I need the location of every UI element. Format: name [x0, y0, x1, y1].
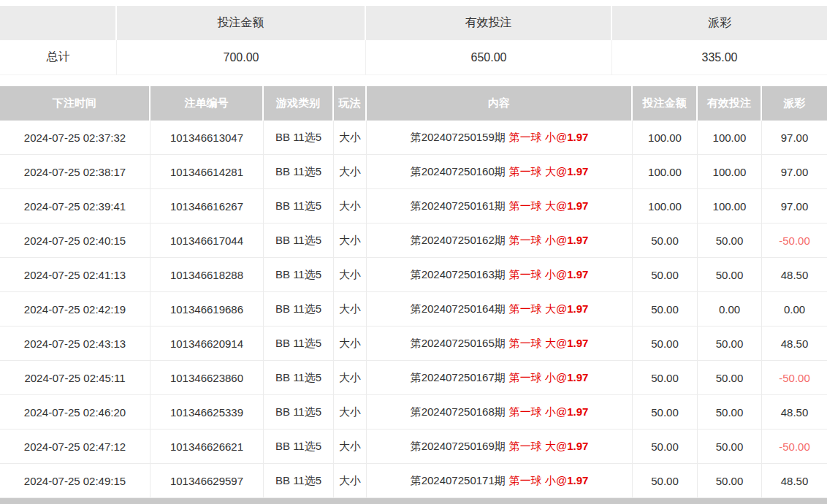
- content-odds: 1.97: [567, 165, 588, 177]
- cell-bet-time: 2024-07-25 02:39:41: [0, 189, 150, 224]
- content-period: 第202407250162期: [411, 234, 506, 246]
- column-header-play-type: 玩法: [334, 86, 367, 121]
- column-header-bet-time: 下注时间: [0, 86, 150, 121]
- content-odds: 1.97: [567, 302, 588, 315]
- content-pick: 第一球 小@: [509, 268, 567, 280]
- cell-bet-time: 2024-07-25 02:43:13: [0, 327, 150, 361]
- content-pick: 第一球 大@: [509, 337, 567, 349]
- summary-header-valid-bet: 有效投注: [366, 6, 612, 40]
- cell-bet-time: 2024-07-25 02:37:32: [0, 121, 150, 155]
- cell-order-id: 101346617044: [150, 224, 264, 258]
- bet-row: 2024-07-25 02:45:11 101346623860 BB 11选5…: [0, 361, 827, 395]
- summary-total-row: 总计 700.00 650.00 335.00: [0, 40, 827, 75]
- cell-payout: 48.50: [762, 395, 827, 429]
- cell-bet-amount: 50.00: [633, 464, 698, 498]
- cell-valid-bet: 100.00: [698, 121, 762, 155]
- bet-records-table: 下注时间 注单编号 游戏类别 玩法 内容 投注金额 有效投注 派彩 2024-0…: [0, 86, 827, 498]
- cell-payout: -50.00: [762, 429, 827, 464]
- summary-total-bet-amount: 700.00: [117, 40, 366, 75]
- cell-valid-bet: 50.00: [698, 258, 762, 292]
- bet-row: 2024-07-25 02:38:17 101346614281 BB 11选5…: [0, 155, 827, 189]
- cell-payout: 48.50: [762, 327, 827, 361]
- cell-game-type: BB 11选5: [264, 327, 334, 361]
- cell-content: 第202407250171期第一球 小@1.97: [367, 464, 633, 498]
- cell-bet-amount: 50.00: [633, 395, 698, 429]
- content-pick: 第一球 小@: [509, 131, 567, 143]
- betting-records-page: 投注金额 有效投注 派彩 总计 700.00 650.00 335.00 下注时…: [0, 0, 827, 504]
- cell-play-type: 大小: [334, 258, 367, 292]
- bet-row: 2024-07-25 02:37:32 101346613047 BB 11选5…: [0, 121, 827, 155]
- content-pick: 第一球 大@: [509, 302, 567, 315]
- content-pick: 第一球 小@: [509, 405, 567, 418]
- cell-bet-time: 2024-07-25 02:40:15: [0, 224, 150, 258]
- cell-content: 第202407250167期第一球 小@1.97: [367, 361, 633, 395]
- summary-header-payout: 派彩: [612, 6, 827, 40]
- content-period: 第202407250160期: [411, 165, 506, 177]
- content-odds: 1.97: [567, 440, 588, 452]
- content-pick: 第一球 小@: [509, 234, 567, 246]
- summary-total-valid-bet: 650.00: [366, 40, 612, 75]
- bet-row: 2024-07-25 02:41:13 101346618288 BB 11选5…: [0, 258, 827, 292]
- cell-order-id: 101346613047: [150, 121, 264, 155]
- cell-bet-amount: 50.00: [633, 292, 698, 327]
- cell-game-type: BB 11选5: [264, 189, 334, 224]
- content-odds: 1.97: [567, 131, 588, 143]
- cell-content: 第202407250159期第一球 小@1.97: [367, 121, 633, 155]
- content-odds: 1.97: [567, 405, 588, 418]
- bet-row: 2024-07-25 02:42:19 101346619686 BB 11选5…: [0, 292, 827, 327]
- bet-row: 2024-07-25 02:46:20 101346625339 BB 11选5…: [0, 395, 827, 429]
- cell-bet-time: 2024-07-25 02:46:20: [0, 395, 150, 429]
- summary-header-row: 投注金额 有效投注 派彩: [0, 6, 827, 40]
- cell-payout: -50.00: [762, 361, 827, 395]
- content-odds: 1.97: [567, 337, 588, 349]
- column-header-order-id: 注单编号: [150, 86, 264, 121]
- cell-bet-amount: 50.00: [633, 224, 698, 258]
- cell-bet-amount: 50.00: [633, 327, 698, 361]
- summary-total-label: 总计: [0, 40, 117, 75]
- bet-row: 2024-07-25 02:47:12 101346626621 BB 11选5…: [0, 429, 827, 464]
- cell-play-type: 大小: [334, 292, 367, 327]
- cell-valid-bet: 50.00: [698, 429, 762, 464]
- cell-valid-bet: 100.00: [698, 155, 762, 189]
- cell-game-type: BB 11选5: [264, 361, 334, 395]
- cell-payout: 48.50: [762, 464, 827, 498]
- summary-table: 投注金额 有效投注 派彩 总计 700.00 650.00 335.00: [0, 6, 827, 75]
- cell-valid-bet: 50.00: [698, 327, 762, 361]
- bet-table-body: 2024-07-25 02:37:32 101346613047 BB 11选5…: [0, 121, 827, 498]
- cell-valid-bet: 50.00: [698, 395, 762, 429]
- summary-total-payout: 335.00: [612, 40, 827, 75]
- cell-play-type: 大小: [334, 429, 367, 464]
- content-period: 第202407250164期: [411, 302, 506, 315]
- bet-row: 2024-07-25 02:39:41 101346616267 BB 11选5…: [0, 189, 827, 224]
- cell-game-type: BB 11选5: [264, 224, 334, 258]
- cell-game-type: BB 11选5: [264, 292, 334, 327]
- content-period: 第202407250169期: [411, 440, 506, 452]
- cell-order-id: 101346618288: [150, 258, 264, 292]
- column-header-valid-bet: 有效投注: [698, 86, 762, 121]
- cell-payout: 97.00: [762, 189, 827, 224]
- cell-order-id: 101346626621: [150, 429, 264, 464]
- cell-bet-time: 2024-07-25 02:45:11: [0, 361, 150, 395]
- content-period: 第202407250163期: [411, 268, 506, 280]
- content-pick: 第一球 大@: [509, 165, 567, 177]
- cell-bet-time: 2024-07-25 02:47:12: [0, 429, 150, 464]
- cell-payout: -50.00: [762, 224, 827, 258]
- content-odds: 1.97: [567, 234, 588, 246]
- content-period: 第202407250168期: [411, 405, 506, 418]
- bet-row: 2024-07-25 02:43:13 101346620914 BB 11选5…: [0, 327, 827, 361]
- bet-table-header-row: 下注时间 注单编号 游戏类别 玩法 内容 投注金额 有效投注 派彩: [0, 86, 827, 121]
- table-footer-bar: [0, 498, 827, 504]
- cell-order-id: 101346616267: [150, 189, 264, 224]
- cell-play-type: 大小: [334, 395, 367, 429]
- cell-order-id: 101346623860: [150, 361, 264, 395]
- column-header-content: 内容: [367, 86, 633, 121]
- cell-bet-time: 2024-07-25 02:49:15: [0, 464, 150, 498]
- cell-game-type: BB 11选5: [264, 464, 334, 498]
- bet-row: 2024-07-25 02:49:15 101346629597 BB 11选5…: [0, 464, 827, 498]
- cell-play-type: 大小: [334, 464, 367, 498]
- cell-content: 第202407250169期第一球 大@1.97: [367, 429, 633, 464]
- cell-play-type: 大小: [334, 361, 367, 395]
- cell-content: 第202407250164期第一球 大@1.97: [367, 292, 633, 327]
- bet-row: 2024-07-25 02:40:15 101346617044 BB 11选5…: [0, 224, 827, 258]
- content-pick: 第一球 大@: [509, 199, 567, 212]
